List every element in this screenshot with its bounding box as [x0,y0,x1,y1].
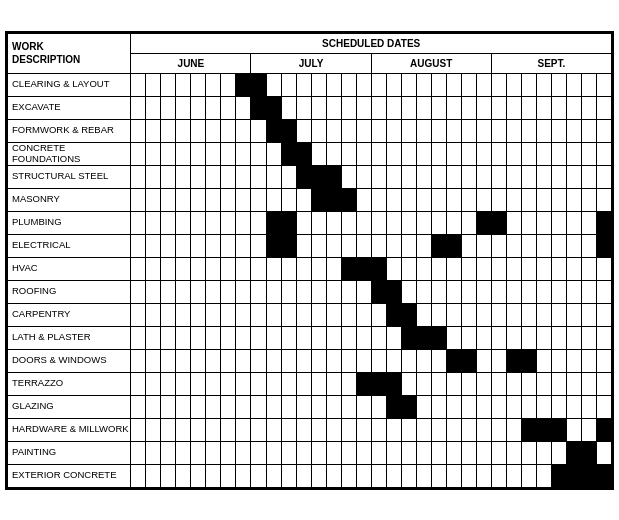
grid-cell [461,441,476,464]
grid-cell [446,280,461,303]
grid-cell [176,418,191,441]
grid-cell [386,395,401,418]
grid-cell [236,73,251,96]
grid-cell [506,372,521,395]
grid-cell [131,303,146,326]
grid-cell [161,73,176,96]
grid-cell [266,73,281,96]
grid-cell [491,372,506,395]
grid-cell [176,395,191,418]
grid-cell [356,372,371,395]
grid-cell [506,326,521,349]
grid-cell [281,257,296,280]
grid-cell [176,142,191,165]
grid-cell [416,418,431,441]
grid-cell [536,257,551,280]
grid-cell [146,280,161,303]
work-item-label: EXCAVATE [8,96,131,119]
table-row: LATH & PLASTER [8,326,612,349]
grid-cell [401,441,416,464]
grid-cell [206,142,221,165]
grid-cell [191,142,206,165]
grid-cell [251,119,266,142]
grid-cell [371,303,386,326]
grid-cell [221,142,236,165]
grid-cell [446,418,461,441]
grid-cell [536,188,551,211]
grid-cell [341,441,356,464]
grid-cell [206,165,221,188]
grid-cell [236,349,251,372]
grid-cell [476,188,491,211]
grid-cell [506,441,521,464]
grid-cell [476,418,491,441]
grid-cell [401,73,416,96]
work-item-label: DOORS & WINDOWS [8,349,131,372]
grid-cell [266,119,281,142]
grid-cell [566,303,581,326]
grid-cell [251,441,266,464]
grid-cell [176,464,191,487]
grid-cell [521,73,536,96]
grid-cell [446,464,461,487]
grid-cell [206,119,221,142]
grid-cell [281,142,296,165]
grid-cell [386,119,401,142]
grid-cell [266,142,281,165]
grid-cell [251,234,266,257]
grid-cell [581,464,596,487]
grid-cell [506,188,521,211]
grid-cell [491,418,506,441]
grid-cell [281,280,296,303]
grid-cell [296,96,311,119]
grid-cell [386,418,401,441]
grid-cell [476,464,491,487]
grid-cell [536,464,551,487]
grid-cell [206,418,221,441]
grid-cell [506,211,521,234]
grid-cell [161,188,176,211]
grid-cell [311,211,326,234]
grid-cell [461,326,476,349]
grid-cell [596,303,611,326]
grid-cell [161,464,176,487]
grid-cell [251,211,266,234]
grid-cell [566,165,581,188]
grid-cell [476,326,491,349]
grid-cell [551,142,566,165]
grid-cell [221,119,236,142]
grid-cell [281,418,296,441]
grid-cell [206,257,221,280]
grid-cell [206,96,221,119]
grid-cell [341,464,356,487]
grid-cell [416,303,431,326]
grid-cell [416,234,431,257]
grid-cell [491,326,506,349]
grid-cell [521,464,536,487]
table-row: TERRAZZO [8,372,612,395]
grid-cell [206,211,221,234]
grid-cell [176,119,191,142]
grid-cell [281,303,296,326]
grid-cell [161,257,176,280]
grid-cell [506,303,521,326]
grid-cell [311,142,326,165]
grid-cell [191,119,206,142]
grid-cell [401,326,416,349]
grid-cell [161,395,176,418]
grid-cell [401,234,416,257]
grid-cell [296,303,311,326]
grid-cell [236,188,251,211]
grid-cell [341,418,356,441]
grid-cell [221,326,236,349]
grid-cell [401,303,416,326]
grid-cell [206,372,221,395]
grid-cell [236,395,251,418]
grid-cell [596,418,611,441]
grid-cell [176,257,191,280]
grid-cell [491,349,506,372]
grid-cell [296,257,311,280]
grid-cell [326,418,341,441]
grid-cell [176,234,191,257]
grid-cell [356,211,371,234]
